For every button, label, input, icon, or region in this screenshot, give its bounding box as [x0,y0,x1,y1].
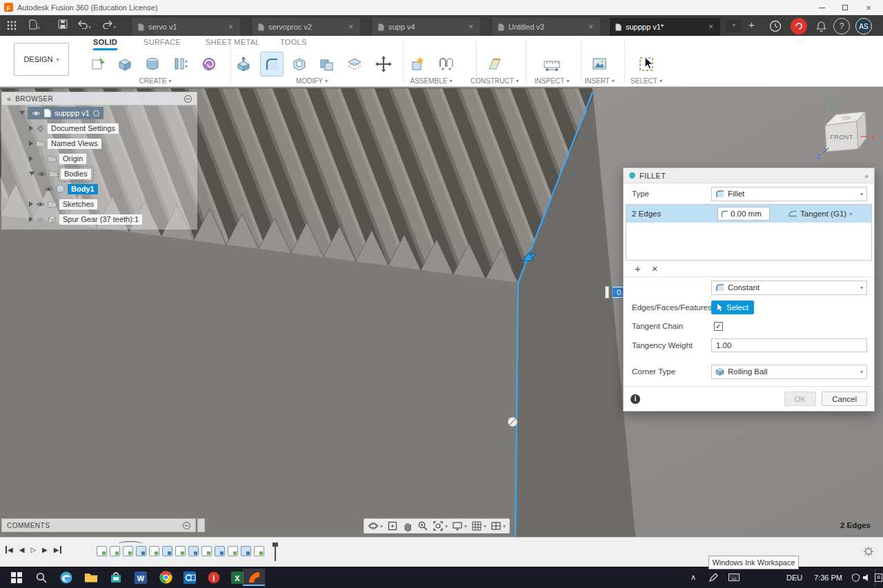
collapse-panel-icon[interactable]: « [7,94,11,103]
browser-row[interactable]: Origin [1,151,197,166]
expand-caret-icon[interactable] [19,111,25,115]
step-back-icon[interactable]: ◀ [19,546,25,554]
store-icon[interactable] [105,569,127,586]
node-label[interactable]: Bodies [61,169,91,179]
viewports-icon[interactable]: ▾ [490,520,506,531]
timeline-settings-gear-icon[interactable] [862,545,875,558]
skip-to-end-icon[interactable]: ▶ [54,546,61,554]
language-indicator[interactable]: DEU [786,567,802,588]
fillet-button-active[interactable] [260,52,284,77]
pen-icon[interactable] [705,569,722,586]
look-at-icon[interactable] [387,520,398,531]
node-label[interactable]: Body1 [68,184,98,194]
new-component-button[interactable] [405,52,428,77]
pan-icon[interactable] [402,520,413,531]
play-icon[interactable]: ▷ [30,546,36,554]
file-menu-icon[interactable]: ▾ [29,19,40,31]
touch-keyboard-icon[interactable] [726,569,742,586]
tab-close-icon[interactable]: × [587,22,595,32]
info-icon[interactable]: i [203,569,225,586]
visibility-eye-icon[interactable] [36,156,45,162]
timeline-feature-sketch[interactable] [175,546,186,556]
group-create[interactable]: CREATE▾ [139,77,172,85]
timeline-feature-sketch[interactable] [123,546,133,556]
group-construct[interactable]: CONSTRUCT▾ [470,77,519,85]
app-launcher-icon[interactable] [7,21,17,32]
zoom-icon[interactable] [417,520,428,531]
browser-header[interactable]: « BROWSER [1,92,197,105]
info-icon[interactable]: i [631,394,640,404]
expand-caret-icon[interactable] [29,141,33,146]
edge-radius-input[interactable]: 0.00 mm [717,207,770,221]
chrome-icon[interactable] [155,569,177,586]
tangent-chain-checkbox[interactable]: ✓ [714,322,723,331]
tab-close-icon[interactable]: × [227,22,235,32]
revolve-button[interactable] [141,52,164,77]
offset-face-button[interactable] [343,52,366,77]
joint-button[interactable] [435,52,458,77]
maximize-button[interactable] [833,0,857,15]
pattern-button[interactable] [168,52,192,77]
tab-list-dropdown-icon[interactable]: ▾ [726,20,742,32]
tab-tools[interactable]: TOOLS [280,38,307,50]
group-assemble[interactable]: ASSEMBLE▾ [410,77,453,85]
continuity-dropdown[interactable]: Tangent (G1) ▾ [786,207,873,221]
insert-canvas-button[interactable] [588,52,611,77]
visibility-eye-icon[interactable] [36,216,45,223]
remove-edge-set-icon[interactable]: × [652,263,658,274]
construct-plane-button[interactable] [483,52,506,77]
expand-caret-icon[interactable] [29,156,33,161]
tab-close-icon[interactable]: × [347,22,355,32]
visibility-eye-icon[interactable] [32,110,41,116]
skip-to-start-icon[interactable]: ◀ [6,546,13,554]
tab-surface[interactable]: SURFACE [143,38,181,50]
minimize-button[interactable] [810,0,833,15]
browser-row[interactable]: Sketches [1,196,197,212]
measure-button[interactable] [540,52,564,77]
fillet-dialog-header[interactable]: FILLET » [624,168,874,183]
expand-dialog-icon[interactable]: » [864,172,869,180]
save-icon[interactable] [58,19,68,30]
browser-root-node[interactable]: supppp v1 [28,107,103,119]
tray-volume-icon[interactable] [861,569,872,586]
search-icon[interactable] [30,569,52,586]
avatar[interactable]: AS [855,18,872,34]
comments-header[interactable]: COMMENTS [1,518,196,532]
browser-row[interactable]: Document Settings [1,121,197,136]
activate-radio-icon[interactable] [93,110,99,116]
tray-chevron-up-icon[interactable]: ∧ [686,569,701,586]
group-insert[interactable]: INSERT▾ [584,77,615,85]
extrude-button[interactable] [113,52,137,77]
combine-button[interactable] [315,52,339,77]
coil-button[interactable] [197,52,221,77]
hide-comments-icon[interactable] [183,522,190,529]
word-icon[interactable]: W [130,569,152,586]
tab-sheet-metal[interactable]: SHEET METAL [206,38,260,50]
timeline-feature-extrude[interactable] [188,546,199,556]
start-button[interactable] [6,569,28,586]
clock[interactable]: 7:36 PM [814,567,842,588]
node-label[interactable]: Sketches [59,199,97,210]
timeline-feature-sketch[interactable] [149,546,159,556]
tab-close-icon[interactable]: × [707,22,715,32]
ok-button[interactable]: OK [784,392,817,406]
browser-row[interactable]: Bodies [1,166,197,181]
browser-row[interactable]: Named Views [1,136,197,151]
expand-caret-icon[interactable] [29,172,34,176]
browser-row-selected[interactable]: Body1 [1,181,197,196]
file-explorer-icon[interactable] [80,569,102,586]
panel-resize-handle[interactable] [197,518,205,532]
node-label[interactable]: Origin [59,154,86,164]
grid-icon[interactable]: ▾ [471,520,486,531]
redo-icon[interactable]: ▾ [102,19,116,30]
add-edge-set-icon[interactable]: + [635,263,641,274]
node-label[interactable]: Named Views [48,139,101,149]
edge-browser-icon[interactable] [55,569,77,586]
tangency-weight-input[interactable]: 1.00 [711,338,867,352]
document-tab-active[interactable]: supppp v1* × [610,18,720,36]
tab-close-icon[interactable]: × [467,22,475,32]
tray-shield-icon[interactable] [850,569,861,586]
undo-icon[interactable]: ▾ [77,19,91,30]
move-button[interactable] [372,52,395,77]
visibility-eye-icon[interactable] [37,171,46,177]
